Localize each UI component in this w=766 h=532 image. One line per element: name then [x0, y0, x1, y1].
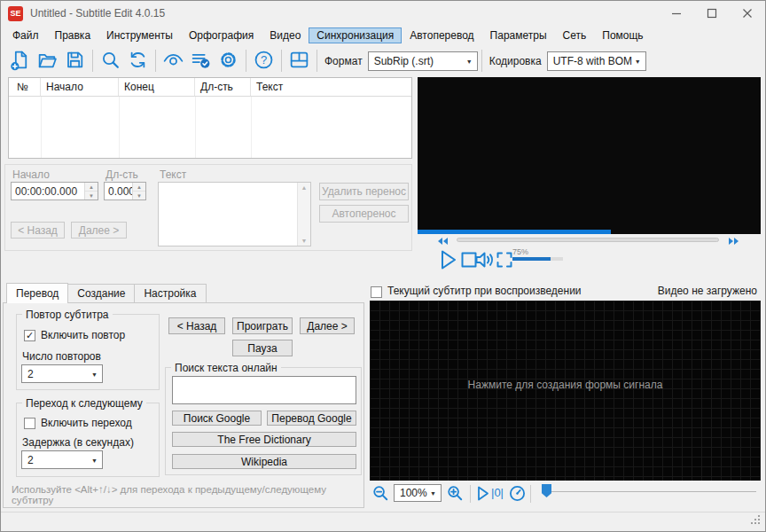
status-bar: [1, 512, 765, 531]
menu-item-network[interactable]: Сеть: [555, 27, 595, 43]
delay-combobox[interactable]: 2 ▼: [21, 450, 103, 469]
minimize-button[interactable]: [659, 1, 694, 26]
back-button[interactable]: < Назад: [168, 317, 225, 334]
maximize-button[interactable]: [694, 1, 730, 26]
spin-up-icon[interactable]: ▲: [85, 183, 98, 192]
spinner-arrows[interactable]: ▲▼: [84, 183, 98, 200]
google-search-button[interactable]: Поиск Google: [172, 411, 262, 426]
format-combobox[interactable]: SubRip (.srt) ▼: [368, 51, 478, 71]
next-subtitle-button[interactable]: Далее >: [71, 222, 127, 239]
free-dictionary-button[interactable]: The Free Dictionary: [172, 432, 356, 447]
tab-adjust[interactable]: Настройка: [134, 284, 206, 303]
duration-field[interactable]: 0.000 ▲▼: [104, 182, 146, 200]
spinner-arrows[interactable]: ▲▼: [132, 183, 145, 200]
waveform-area[interactable]: Нажмите для создания формы сигнала: [370, 301, 761, 481]
menu-item-edit[interactable]: Правка: [47, 27, 99, 43]
video-seek-row: [418, 234, 761, 246]
encoding-value: UTF-8 with BOM: [553, 55, 632, 67]
auto-break-button[interactable]: Автоперенос: [319, 205, 409, 223]
waveform-play-icon[interactable]: [475, 485, 490, 505]
wikipedia-button[interactable]: Wikipedia: [172, 454, 356, 469]
waveform-zoom-combobox[interactable]: 100% ▼: [394, 484, 442, 502]
save-button[interactable]: [61, 47, 89, 74]
video-display[interactable]: [418, 77, 761, 234]
format-value: SubRip (.srt): [374, 55, 434, 67]
scroll-up-icon[interactable]: ▲: [301, 184, 308, 191]
subtitle-text-area[interactable]: ▲▼: [158, 182, 311, 246]
waveform-placeholder[interactable]: Нажмите для создания формы сигнала: [370, 379, 761, 391]
replace-button[interactable]: [124, 47, 152, 74]
go-to-zero-button[interactable]: |0|: [491, 486, 504, 499]
play-current-button[interactable]: Проиграть: [232, 317, 293, 334]
spell-check-button[interactable]: [187, 47, 215, 74]
enable-repeat-checkbox[interactable]: [24, 330, 35, 341]
menu-item-auto-translate[interactable]: Автоперевод: [402, 27, 481, 43]
tab-translate[interactable]: Перевод: [6, 283, 68, 303]
menu-item-spelling[interactable]: Орфография: [181, 27, 262, 43]
menu-item-options[interactable]: Параметры: [482, 27, 555, 43]
video-controls: 75%: [418, 247, 761, 274]
tab-create[interactable]: Создание: [67, 284, 135, 303]
show-current-subtitle-checkbox[interactable]: [371, 286, 382, 298]
google-translate-button[interactable]: Перевод Google: [267, 411, 356, 426]
find-button[interactable]: [97, 47, 124, 74]
toolbar-separator: [281, 50, 282, 72]
play-icon[interactable]: [437, 248, 458, 274]
playback-speed-icon[interactable]: [508, 484, 527, 505]
settings-button[interactable]: [215, 47, 242, 74]
new-file-button[interactable]: [6, 47, 34, 74]
encoding-combobox[interactable]: UTF-8 with BOM ▼: [547, 51, 646, 71]
start-time-field[interactable]: 00:00:00.000 ▲▼: [11, 182, 98, 200]
menu-item-help[interactable]: Помощь: [594, 27, 651, 43]
fullscreen-icon[interactable]: [496, 251, 513, 271]
seek-forward-icon[interactable]: [728, 236, 739, 248]
menu-item-file[interactable]: Файл: [4, 27, 47, 43]
help-button[interactable]: ?: [250, 47, 277, 74]
menu-item-tools[interactable]: Инструменты: [98, 27, 181, 43]
video-status-label: Видео не загружено: [658, 285, 757, 297]
repeat-count-combobox[interactable]: 2 ▼: [21, 364, 103, 383]
forward-button[interactable]: Далее >: [300, 317, 355, 334]
menu-item-synchronization[interactable]: Синхронизация: [309, 27, 402, 43]
choose-layout-button[interactable]: [285, 47, 313, 74]
start-time-value: 00:00:00.000: [15, 185, 77, 198]
scrollbar[interactable]: ▲▼: [297, 183, 310, 246]
close-button[interactable]: [730, 1, 765, 26]
zoom-out-icon[interactable]: [371, 484, 390, 505]
previous-subtitle-button[interactable]: < Назад: [11, 222, 65, 239]
format-label: Формат: [324, 55, 363, 67]
volume-percent-label: 75%: [512, 247, 528, 256]
menu-item-video[interactable]: Видео: [262, 27, 309, 43]
column-header-start[interactable]: Начало: [41, 78, 119, 96]
chevron-down-icon: ▼: [430, 490, 436, 497]
spin-up-icon[interactable]: ▲: [133, 183, 145, 192]
menu-bar: Файл Правка Инструменты Орфография Видео…: [1, 26, 765, 44]
column-header-number[interactable]: №: [9, 78, 41, 96]
spin-down-icon[interactable]: ▼: [133, 192, 145, 200]
search-icon: [99, 49, 121, 74]
chevron-down-icon: ▼: [466, 59, 473, 65]
toolbar-separator: [317, 50, 317, 72]
waveform-position-slider[interactable]: [543, 491, 756, 492]
video-seek-bar[interactable]: [457, 238, 719, 242]
visual-sync-button[interactable]: [160, 47, 187, 74]
column-header-duration[interactable]: Дл-сть: [195, 78, 251, 96]
column-header-end[interactable]: Конец: [119, 78, 195, 96]
subtitle-list[interactable]: № Начало Конец Дл-сть Текст: [8, 77, 412, 159]
resize-grip-icon[interactable]: [750, 514, 762, 528]
go-to-next-group-title: Переход к следующему: [22, 397, 146, 410]
volume-slider[interactable]: [512, 257, 563, 261]
spin-down-icon[interactable]: ▼: [85, 192, 98, 200]
title-bar: SE Untitled - Subtitle Edit 4.0.15: [1, 1, 765, 26]
volume-icon[interactable]: [473, 249, 496, 273]
scroll-down-icon[interactable]: ▼: [301, 238, 308, 244]
enable-go-to-next-checkbox[interactable]: [24, 418, 35, 429]
pause-button[interactable]: Пауза: [232, 340, 293, 356]
zoom-in-icon[interactable]: [446, 484, 465, 505]
open-file-button[interactable]: [34, 47, 61, 74]
remove-line-break-button[interactable]: Удалить перенос: [319, 183, 409, 200]
seek-back-icon[interactable]: [437, 236, 449, 248]
online-search-input[interactable]: [172, 376, 356, 404]
translate-tab-page: Повтор субтитра Включить повтор Число по…: [3, 302, 364, 508]
column-header-text[interactable]: Текст: [251, 78, 411, 96]
